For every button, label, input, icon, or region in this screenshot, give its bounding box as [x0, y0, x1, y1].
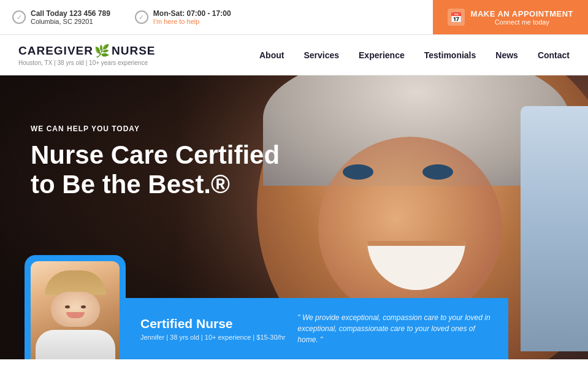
nurse-photo	[31, 261, 120, 359]
card-nurse-name: Certified Nurse	[140, 316, 285, 331]
nav-services[interactable]: Services	[304, 50, 339, 60]
card-nurse-sub: Jennifer | 38 yrs old | 10+ experience |…	[140, 334, 285, 341]
card-photo-wrap	[25, 255, 126, 359]
card-quote: " We provide exceptional, compassion car…	[297, 312, 494, 345]
nav-experience[interactable]: Experience	[359, 50, 405, 60]
logo-part1: CAREGIVER	[18, 44, 93, 58]
nav-news[interactable]: News	[495, 50, 518, 60]
top-bar: ✓ Call Today 123 456 789 Columbia, SC 29…	[0, 0, 588, 35]
hero-card: Certified Nurse Jennifer | 38 yrs old | …	[25, 255, 508, 359]
hero-eyebrow: WE CAN HELP YOU TODAY	[31, 124, 288, 133]
check-icon-1: ✓	[12, 10, 26, 24]
appointment-button[interactable]: 📅 MAKE AN APPOINTMENT Connect me today	[433, 0, 588, 34]
nurse-eyes	[51, 292, 100, 308]
phone-text: Call Today 123 456 789 Columbia, SC 2920…	[31, 9, 110, 25]
eye-right	[422, 164, 453, 180]
logo-leaf-icon: 🌿	[94, 44, 110, 58]
nurse-eye-l	[65, 305, 70, 308]
nav-testimonials[interactable]: Testimonials	[424, 50, 476, 60]
hero-section: WE CAN HELP YOU TODAY Nurse Care Certifi…	[0, 75, 588, 359]
hours-range: Mon-Sat: 07:00 - 17:00	[153, 9, 231, 18]
nurse-mouth	[66, 312, 85, 318]
phone-info: ✓ Call Today 123 456 789 Columbia, SC 29…	[12, 9, 110, 25]
check-icon-2: ✓	[135, 10, 148, 24]
nav-about[interactable]: About	[259, 50, 284, 60]
nurse-shoulders	[36, 330, 115, 359]
upper-lip	[367, 241, 465, 246]
nurse-hair	[45, 270, 106, 295]
nurse-face	[51, 292, 100, 326]
calendar-icon: 📅	[448, 9, 465, 26]
nurse-eye-r	[81, 305, 86, 308]
logo-part2: NURSE	[112, 44, 156, 58]
logo: CAREGIVER 🌿 NURSE Houston, TX | 38 yrs o…	[18, 44, 155, 66]
hero-content: WE CAN HELP YOU TODAY Nurse Care Certifi…	[31, 124, 288, 200]
card-info-left: Certified Nurse Jennifer | 38 yrs old | …	[140, 316, 285, 341]
main-nav: About Services Experience Testimonials N…	[259, 50, 570, 60]
card-info: Certified Nurse Jennifer | 38 yrs old | …	[126, 298, 508, 359]
help-link[interactable]: I'm here to help	[153, 18, 231, 25]
hours-text: Mon-Sat: 07:00 - 17:00 I'm here to help	[153, 9, 231, 25]
nav-contact[interactable]: Contact	[538, 50, 570, 60]
hours-info: ✓ Mon-Sat: 07:00 - 17:00 I'm here to hel…	[135, 9, 231, 25]
site-header: CAREGIVER 🌿 NURSE Houston, TX | 38 yrs o…	[0, 35, 588, 75]
appointment-text: MAKE AN APPOINTMENT Connect me today	[471, 9, 573, 26]
hero-title: Nurse Care Certified to Be the Best.®	[31, 140, 288, 200]
logo-subtitle: Houston, TX | 38 yrs old | 10+ years exp…	[18, 59, 155, 66]
appointment-sub: Connect me today	[471, 18, 573, 26]
phone-number: Call Today 123 456 789	[31, 9, 110, 18]
phone-location: Columbia, SC 29201	[31, 18, 110, 25]
person-behind	[521, 106, 588, 351]
appointment-main: MAKE AN APPOINTMENT	[471, 9, 573, 18]
logo-text: CAREGIVER 🌿 NURSE	[18, 44, 155, 58]
eye-left	[343, 164, 373, 180]
